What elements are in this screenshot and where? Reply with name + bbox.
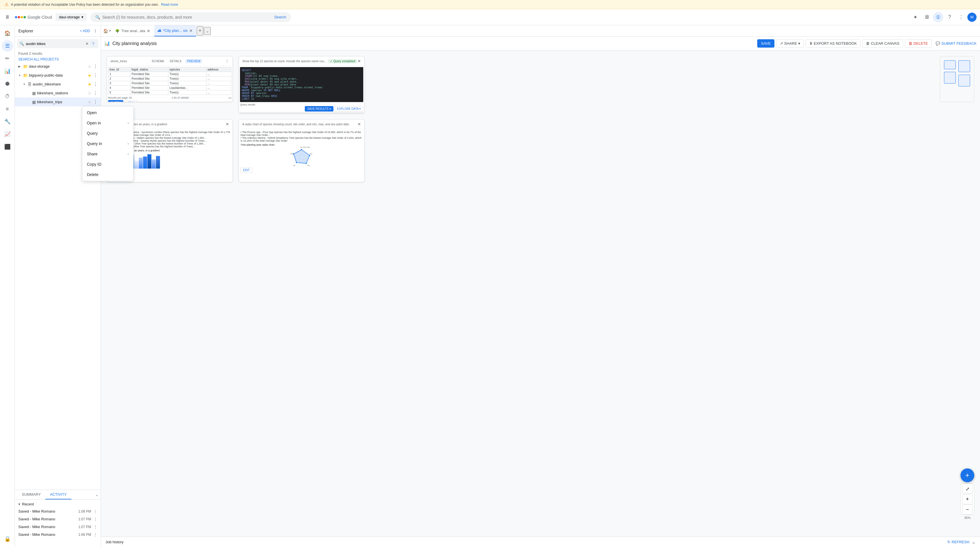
zoom-controls: ⤢ + − — [961, 483, 974, 515]
submit-feedback-button[interactable]: 💬 SUBMIT FEEDBACK — [935, 41, 977, 46]
tree-item-stations[interactable]: ▶ ▦ bikeshare_stations ☆ ⋮ — [15, 89, 101, 97]
monitor-button[interactable]: 🖥 — [921, 12, 932, 22]
recent-item-menu-2[interactable]: ⋮ — [94, 525, 97, 529]
recent-item-menu-0[interactable]: ⋮ — [94, 509, 97, 514]
menu-item-open[interactable]: Open — [82, 108, 133, 118]
sidebar-analytics-btn[interactable]: 📈 — [2, 129, 13, 140]
collapse-panel-button[interactable]: ⟨ — [94, 27, 97, 34]
search-button-label[interactable]: Search — [274, 15, 286, 19]
sparkle-button[interactable]: ✦ — [910, 12, 920, 22]
sidebar-home-btn[interactable]: 🏠 — [2, 27, 13, 39]
explore-data-btn[interactable]: EXPLORE DATA ▾ — [335, 106, 363, 111]
menu-trips[interactable]: ⋮ — [92, 99, 99, 105]
card-street-trees-body: tree_id legal_status species address 1Pe… — [107, 66, 232, 102]
hamburger-button[interactable]: ☰ — [3, 13, 11, 22]
menu-item-query[interactable]: Query — [82, 128, 133, 138]
zoom-out-button[interactable]: − — [962, 504, 972, 515]
card-street-trees-more[interactable]: ⋮ — [225, 59, 229, 64]
sidebar-explorer-btn[interactable]: ☰ — [2, 40, 13, 52]
add-button[interactable]: + ADD — [78, 27, 92, 34]
recent-item-1[interactable]: Saved - Mike Romano 1:07 PM ⋮ — [15, 515, 101, 523]
tab-summary[interactable]: SUMMARY — [17, 490, 45, 499]
sidebar-layers-btn[interactable]: ⬛ — [2, 141, 13, 153]
sidebar-wrench-btn[interactable]: 🔧 — [2, 116, 13, 127]
canvas-area[interactable]: street_trees SCHEMA DETAILS PREVIEW ⋮ — [101, 51, 980, 537]
card-radar-more[interactable]: ✕ — [358, 122, 361, 126]
recent-collapse-btn[interactable]: ▾ — [18, 502, 21, 506]
page-prev[interactable]: ‹ — [229, 96, 230, 100]
star-stations[interactable]: ☆ — [88, 91, 91, 95]
radar-edit-btn[interactable]: EDIT — [240, 167, 252, 173]
search-all-projects-link[interactable]: SEARCH ALL PROJECTS — [15, 57, 101, 62]
sidebar-schedule-btn[interactable]: ⏱ — [2, 91, 13, 102]
svg-point-14 — [301, 149, 302, 150]
join-btn[interactable]: JOIN — [125, 100, 137, 102]
save-results-btn[interactable]: SAVE RESULTS ▾ — [305, 106, 334, 111]
page-next[interactable]: › — [230, 96, 231, 100]
collapse-history-button[interactable]: ⌄ — [972, 539, 975, 545]
sidebar-query-btn[interactable]: ⬢ — [2, 78, 13, 89]
recent-item-menu-1[interactable]: ⋮ — [94, 517, 97, 521]
tab-city-planning[interactable]: 🏙 *City plan... sis ✕ — [154, 25, 196, 37]
search-clear-button[interactable]: ✕ — [86, 41, 89, 46]
menu-bigquery[interactable]: ⋮ — [92, 72, 99, 79]
search-input[interactable] — [102, 15, 272, 19]
sidebar-list-btn[interactable]: ≡ — [2, 103, 13, 114]
tree-item-trips[interactable]: ▶ ▦ bikeshare_trips ☆ ⋮ — [15, 97, 101, 107]
add-canvas-fab[interactable]: + — [961, 468, 974, 482]
sidebar-data-btn[interactable]: 📊 — [2, 65, 13, 77]
tab-nav-button[interactable]: ⌄ — [204, 27, 211, 35]
card-tab-preview[interactable]: PREVIEW — [186, 59, 202, 64]
home-tab-btn[interactable]: 🏠 — [103, 29, 108, 33]
recent-item-2[interactable]: Saved - Mike Romano 1:07 PM ⋮ — [15, 523, 101, 531]
user-avatar[interactable]: M — [967, 13, 977, 22]
menu-item-open-in[interactable]: Open in › — [82, 118, 133, 128]
tab-tree-close[interactable]: ✕ — [147, 29, 150, 33]
star-bigquery[interactable]: ★ — [88, 73, 91, 78]
tree-item-bigquery[interactable]: ▾ 📁 bigquery-public-data ★ ⋮ — [15, 71, 101, 80]
sidebar-compose-btn[interactable]: ✏ — [2, 53, 13, 64]
search-help-button[interactable]: ? — [90, 41, 96, 46]
tab-activity[interactable]: ACTIVITY — [45, 490, 72, 499]
menu-item-share[interactable]: Share › — [82, 149, 133, 159]
project-selector[interactable]: daui-storage ▾ — [56, 13, 87, 21]
expand-button[interactable]: ⤢ — [962, 483, 972, 494]
refresh-button[interactable]: ↻ REFRESH — [947, 540, 969, 544]
help-button[interactable]: ? — [945, 12, 955, 22]
menu-daui[interactable]: ⋮ — [92, 63, 99, 70]
card-tab-schema[interactable]: SCHEMA — [150, 59, 166, 64]
sidebar-lock-btn[interactable]: 🔒 — [2, 533, 13, 545]
menu-item-copy-id[interactable]: Copy ID — [82, 159, 133, 169]
star-bikeshare[interactable]: ★ — [88, 82, 91, 87]
card-bar-more[interactable]: ✕ — [226, 122, 229, 126]
recent-item-0[interactable]: Saved - Mike Romano 1:08 PM ⋮ — [15, 507, 101, 515]
explorer-search-input[interactable] — [26, 41, 84, 46]
card-tab-details[interactable]: DETAILS — [168, 59, 183, 64]
card-query-more[interactable]: ✕ — [358, 59, 361, 64]
more-options-button[interactable]: ⋮ — [956, 12, 966, 22]
menu-item-query-in[interactable]: Query in › — [82, 138, 133, 149]
share-button[interactable]: ↗ SHARE ▾ — [776, 39, 804, 48]
tree-item-austin-bikeshare[interactable]: ▾ 🗄 austin_bikeshare ★ ⋮ — [15, 80, 101, 89]
collapse-activity-btn[interactable]: ⌄ — [95, 493, 99, 497]
export-notebook-button[interactable]: ⬇ EXPORT AS NOTEBOOK — [806, 39, 861, 48]
delete-button[interactable]: 🗑 DELETE — [905, 39, 932, 48]
query-btn[interactable]: QUERY — [108, 100, 123, 102]
star-trips[interactable]: ☆ — [88, 100, 91, 104]
zoom-in-button[interactable]: + — [962, 494, 972, 504]
save-button[interactable]: SAVE — [757, 39, 775, 48]
menu-item-delete[interactable]: Delete — [82, 169, 133, 180]
menu-stations[interactable]: ⋮ — [92, 90, 99, 96]
tab-tree-analysis[interactable]: 🌳 Tree anal...ata ✕ — [112, 25, 154, 37]
tab-city-close[interactable]: ✕ — [189, 29, 192, 33]
recent-item-menu-3[interactable]: ⋮ — [94, 533, 97, 537]
tree-item-daui-storage[interactable]: ▶ 📁 daui-storage ☆ ⋮ — [15, 62, 101, 71]
star-daui[interactable]: ☆ — [88, 64, 91, 69]
home-close-btn[interactable]: ✕ — [109, 29, 111, 33]
menu-bikeshare[interactable]: ⋮ — [92, 81, 99, 87]
warning-link[interactable]: Read more — [161, 3, 178, 6]
add-tab-button[interactable]: + — [197, 26, 203, 35]
recent-item-3[interactable]: Saved - Mike Romano 1:06 PM ⋮ — [15, 531, 101, 538]
clear-canvas-button[interactable]: 🗑 CLEAR CANVAS — [862, 39, 903, 48]
notification-button[interactable]: ① — [933, 12, 943, 22]
